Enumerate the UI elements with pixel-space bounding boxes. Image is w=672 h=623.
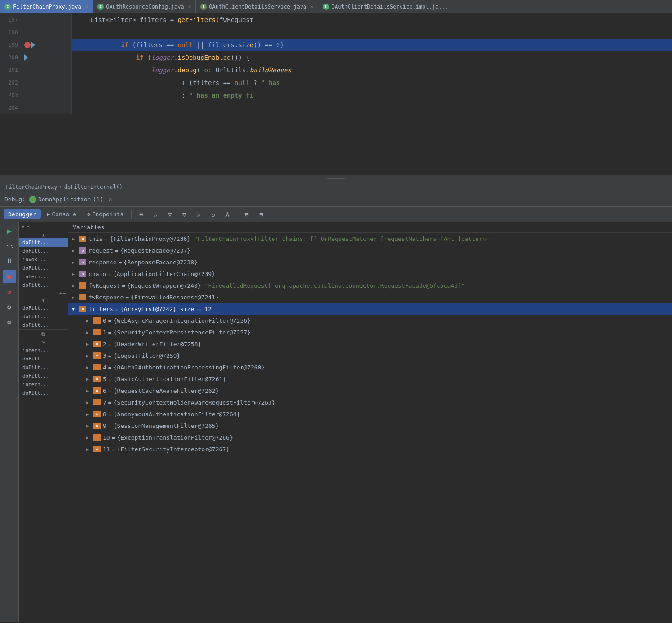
- expand-arrow-10[interactable]: ▶: [86, 435, 93, 440]
- var-row-6[interactable]: ▶ = 6 = {RequestCacheAwareFilter@7262}: [68, 385, 672, 396]
- var-row-request[interactable]: ▶ p request = {RequestFacade@7237}: [68, 245, 672, 256]
- tab-close-3[interactable]: ✕: [310, 4, 314, 9]
- expand-arrow-3[interactable]: ▶: [86, 353, 93, 358]
- var-row-fwrequest[interactable]: ▶ = fwRequest = {RequestWrapper@7240} "F…: [68, 280, 672, 291]
- expand-arrow-0[interactable]: ▶: [86, 318, 93, 323]
- frame-item-1[interactable]: doFilt...: [19, 247, 68, 255]
- sidebar-btn-pause[interactable]: ⏸: [3, 254, 16, 268]
- debug-close[interactable]: ✕: [109, 196, 112, 203]
- var-name-6: 6: [103, 387, 106, 394]
- expand-arrow-11[interactable]: ▶: [86, 447, 93, 452]
- frame-item-6[interactable]: doFilt...: [19, 304, 68, 312]
- tab-oauthclientdetailsimpl[interactable]: C OAuthClientDetailsService.impl.ja...: [318, 0, 453, 13]
- var-row-chain[interactable]: ▶ p chain = {ApplicationFilterChain@7239…: [68, 268, 672, 280]
- sidebar-btn-resume[interactable]: ▶: [3, 224, 16, 237]
- var-name-5: 5: [103, 376, 106, 383]
- frame-copy[interactable]: ⧉: [19, 329, 68, 338]
- frame-item-8[interactable]: doFilt...: [19, 321, 68, 329]
- frame-item-0[interactable]: doFilt...: [19, 238, 68, 247]
- toolbar-btn-list[interactable]: ⊟: [255, 209, 267, 220]
- tab-oauthresource[interactable]: C OAuthResourceConfig.java ✕: [93, 0, 196, 13]
- sidebar-btn-infinite[interactable]: ∞: [3, 316, 16, 329]
- toolbar-btn-step-out[interactable]: ▽: [178, 209, 190, 220]
- scroll-up-icon: ▲: [42, 232, 44, 237]
- expand-arrow-filters[interactable]: ▼: [72, 307, 79, 312]
- tab-oauthclientdetails[interactable]: I OAuthClientDetailsService.java ✕: [196, 0, 318, 13]
- frame-item-9[interactable]: intern...: [19, 346, 68, 355]
- expand-arrow-response[interactable]: ▶: [72, 260, 79, 265]
- tab-endpoints[interactable]: ⚙ Endpoints: [83, 209, 128, 219]
- expand-arrow-7[interactable]: ▶: [86, 400, 93, 405]
- frame-item-7[interactable]: doFilt...: [19, 312, 68, 321]
- var-row-7[interactable]: ▶ = 7 = {SecurityContextHolderAwareReque…: [68, 396, 672, 408]
- frame-item-10[interactable]: doFilt...: [19, 355, 68, 363]
- frame-item-2[interactable]: invok...: [19, 255, 68, 264]
- expand-arrow-9[interactable]: ▶: [86, 423, 93, 428]
- expand-arrow-fwresponse[interactable]: ▶: [72, 295, 79, 300]
- frame-item-5[interactable]: doFilt...: [19, 281, 68, 289]
- var-row-11[interactable]: ▶ = 11 = {FilterSecurityInterceptor@7267…: [68, 443, 672, 455]
- expand-arrow-chain[interactable]: ▶: [72, 271, 79, 276]
- expand-arrow-8[interactable]: ▶: [86, 412, 93, 417]
- code-editor: 197 List<Filter> filters = getFilters(fw…: [0, 13, 672, 175]
- var-eq-0: =: [108, 317, 112, 324]
- frame-add-icon[interactable]: +: [59, 290, 62, 296]
- var-row-filters[interactable]: ▼ = filters = {ArrayList@7242} size = 12: [68, 303, 672, 315]
- frame-item-14[interactable]: doFilt...: [19, 389, 68, 397]
- var-row-4[interactable]: ▶ = 4 = {OAuth2AuthenticationProcessingF…: [68, 361, 672, 373]
- tab-icon-i: I: [200, 4, 207, 10]
- expand-arrow-4[interactable]: ▶: [86, 365, 93, 370]
- var-row-response[interactable]: ▶ p response = {ResponseFacade@7238}: [68, 256, 672, 268]
- sidebar-btn-rerun[interactable]: ↺: [3, 285, 16, 298]
- toolbar-btn-run[interactable]: ↻: [207, 209, 219, 220]
- var-row-0[interactable]: ▶ = 0 = {WebAsyncManagerIntegrationFilte…: [68, 315, 672, 326]
- frame-item-4[interactable]: intern...: [19, 272, 68, 281]
- var-name-request: request: [88, 247, 113, 254]
- toolbar-btn-up[interactable]: △: [192, 209, 205, 220]
- frame-filter-icon[interactable]: ▼: [22, 224, 25, 230]
- frame-scroll-down[interactable]: ▼: [19, 297, 68, 304]
- var-row-1[interactable]: ▶ = 1 = {SecurityContextPersistenceFilte…: [68, 326, 672, 338]
- expand-arrow-1[interactable]: ▶: [86, 330, 93, 335]
- breakpoint-icon-199[interactable]: [24, 42, 31, 48]
- toolbar-btn-table[interactable]: ⊞: [240, 209, 253, 220]
- var-row-2[interactable]: ▶ = 2 = {HeaderWriterFilter@7258}: [68, 338, 672, 350]
- frame-item-3[interactable]: doFilt...: [19, 264, 68, 272]
- toolbar-btn-step-in[interactable]: ▽: [164, 209, 176, 220]
- var-row-8[interactable]: ▶ = 8 = {AnonymousAuthenticationFilter@7…: [68, 408, 672, 420]
- scroll-bar[interactable]: [0, 175, 672, 182]
- expand-arrow-this[interactable]: ▶: [72, 236, 79, 241]
- toolbar-btn-step-over[interactable]: △: [149, 209, 162, 220]
- toolbar-btn-align[interactable]: ≡: [135, 209, 147, 220]
- var-row-9[interactable]: ▶ = 9 = {SessionManagementFilter@7265}: [68, 420, 672, 432]
- toolbar-btn-eval[interactable]: λ: [221, 209, 234, 220]
- expand-arrow-6[interactable]: ▶: [86, 388, 93, 393]
- frame-infinite[interactable]: ∞: [19, 338, 68, 346]
- expand-arrow-request[interactable]: ▶: [72, 248, 79, 253]
- var-row-fwresponse[interactable]: ▶ = fwResponse = {FirewalledResponse@724…: [68, 291, 672, 303]
- tab-console[interactable]: ▶ Console: [43, 209, 81, 219]
- frame-scroll-up[interactable]: ▲: [19, 231, 68, 238]
- sidebar-btn-settings[interactable]: ⚙: [3, 300, 16, 314]
- var-icon-response: p: [79, 259, 86, 265]
- frame-item-13[interactable]: intern...: [19, 380, 68, 389]
- frame-item-12[interactable]: doFilt...: [19, 372, 68, 380]
- expand-arrow-5[interactable]: ▶: [86, 377, 93, 382]
- var-row-10[interactable]: ▶ = 10 = {ExceptionTranslationFilter@726…: [68, 432, 672, 443]
- sidebar-btn-stepover[interactable]: 2: [3, 239, 16, 253]
- tab-filterchainproxy[interactable]: C FilterChainProxy.java ✕: [0, 0, 93, 13]
- frame-item-11[interactable]: doFilt...: [19, 363, 68, 372]
- sidebar-btn-stop[interactable]: ■: [3, 270, 16, 283]
- app-icon: 🌿: [29, 196, 36, 203]
- expand-arrow-fwrequest[interactable]: ▶: [72, 283, 79, 288]
- breadcrumb-method: doFilterInternal(): [64, 184, 123, 190]
- var-row-3[interactable]: ▶ = 3 = {LogoutFilter@7259}: [68, 350, 672, 361]
- var-row-5[interactable]: ▶ = 5 = {BasicAuthenticationFilter@7261}: [68, 373, 672, 385]
- tab-debugger[interactable]: Debugger: [4, 209, 41, 219]
- tab-close-2[interactable]: ✕: [188, 4, 191, 9]
- var-eq-chain: =: [108, 271, 111, 277]
- frame-minus-icon[interactable]: −: [63, 290, 66, 296]
- tab-close-1[interactable]: ✕: [85, 4, 88, 9]
- expand-arrow-2[interactable]: ▶: [86, 342, 93, 347]
- var-row-this[interactable]: ▶ = this = {FilterChainProxy@7236} "Filt…: [68, 233, 672, 245]
